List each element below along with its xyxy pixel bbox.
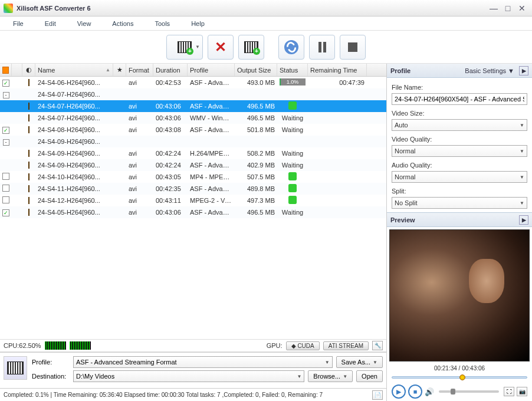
film-icon (28, 150, 29, 157)
ati-badge[interactable]: ATI STREAM (323, 341, 369, 350)
row-name: 24-S4-05-H264[960... (35, 209, 113, 216)
menu-help[interactable]: Help (180, 18, 215, 29)
stop-button[interactable] (340, 35, 366, 60)
row-name: 24-S4-09-H264[960... (35, 138, 113, 145)
minimize-button[interactable]: — (487, 3, 500, 14)
destination-label: Destination: (32, 373, 70, 380)
collapse-profile-button[interactable]: ▶ (519, 66, 528, 75)
snapshot-button[interactable]: 📷 (517, 387, 527, 396)
row-name: 24-S4-09-H264[960... (35, 162, 113, 169)
statusbar: Completed: 0.1% | Time Remaining: 05:36:… (0, 388, 386, 401)
col-name[interactable]: Name▲ (35, 64, 113, 76)
table-row[interactable]: 24-S4-09-H264[960...avi00:42:24ASF - Adv… (0, 159, 386, 171)
table-row[interactable]: -24-S4-09-H264[960... (0, 136, 386, 147)
basic-settings-toggle[interactable]: Basic Settings ▼ (462, 67, 517, 74)
filename-label: File Name: (392, 84, 527, 91)
filename-input[interactable] (392, 93, 527, 105)
row-name: 24-S4-07-H264[960... (35, 91, 113, 98)
ready-icon (288, 184, 297, 192)
audioquality-label: Audio Quality: (392, 162, 527, 169)
table-row[interactable]: 24-S4-07-H264[960...avi00:43:06WMV - Win… (0, 112, 386, 124)
videoquality-select[interactable]: Normal (392, 145, 527, 157)
col-profile[interactable]: Profile (188, 64, 235, 76)
x-icon: ✕ (215, 39, 226, 55)
row-name: 24-S4-07-H264[960... (35, 103, 113, 110)
report-button[interactable]: 📄 (372, 390, 383, 400)
table-row[interactable]: 24-S4-10-H264[960...avi00:43:05MP4 - MPE… (0, 171, 386, 183)
play-button[interactable]: ▶ (392, 384, 406, 399)
col-star[interactable]: ★ (113, 64, 126, 76)
select-all-checkbox[interactable] (2, 67, 9, 74)
maximize-button[interactable]: □ (501, 3, 514, 14)
volume-slider[interactable] (439, 390, 499, 393)
preview-video[interactable] (389, 229, 530, 361)
ready-icon (288, 196, 297, 204)
convert-button[interactable] (278, 35, 304, 60)
film-icon (28, 79, 29, 86)
row-checkbox[interactable] (2, 209, 9, 216)
collapse-preview-button[interactable]: ▶ (519, 215, 528, 225)
table-row[interactable]: 24-S4-07-H264[960...avi00:43:06ASF - Adv… (0, 100, 386, 112)
row-name: 24-S4-12-H264[960... (35, 197, 113, 204)
menu-tools[interactable]: Tools (144, 18, 180, 29)
saveas-button[interactable]: Save As... (336, 356, 383, 368)
col-remaining[interactable]: Remaining Time (308, 64, 367, 76)
videosize-label: Video Size: (392, 110, 527, 117)
file-list[interactable]: 24-S4-06-H264[960...avi00:42:53ASF - Adv… (0, 77, 386, 339)
open-button[interactable]: Open (356, 370, 383, 382)
row-checkbox[interactable] (2, 173, 9, 180)
close-button[interactable]: ✕ (515, 3, 528, 14)
film-icon (28, 103, 29, 110)
film-icon (28, 209, 29, 216)
volume-icon[interactable]: 🔊 (425, 387, 434, 396)
cuda-badge[interactable]: ◆ CUDA (286, 341, 320, 350)
ready-icon (288, 172, 297, 180)
preview-time: 00:21:34 / 00:43:06 (387, 364, 532, 373)
film-icon (28, 126, 29, 133)
videosize-select[interactable]: Auto (392, 119, 527, 131)
table-row[interactable]: 24-S4-12-H264[960...avi00:43:11MPEG-2 - … (0, 195, 386, 206)
stop-preview-button[interactable]: ■ (408, 384, 422, 399)
tree-toggle[interactable]: - (3, 139, 9, 146)
split-select[interactable]: No Split (392, 197, 527, 209)
menu-view[interactable]: View (67, 18, 102, 29)
titlebar: Xilisoft ASF Converter 6 — □ ✕ (0, 0, 532, 17)
row-checkbox[interactable] (2, 80, 9, 87)
add-output-button[interactable] (238, 35, 264, 60)
menu-actions[interactable]: Actions (101, 18, 144, 29)
row-name: 24-S4-11-H264[960... (35, 185, 113, 192)
col-output-size[interactable]: Output Size (235, 64, 277, 76)
videoquality-label: Video Quality: (392, 136, 527, 143)
table-row[interactable]: 24-S4-06-H264[960...avi00:42:53ASF - Adv… (0, 77, 386, 88)
profile-select[interactable]: ASF - Advanced Streaming Format (73, 356, 333, 368)
browse-button[interactable]: Browse... (308, 370, 353, 382)
cpu-graph-icon (45, 341, 66, 350)
pause-button[interactable] (309, 35, 335, 60)
preview-seek-slider[interactable] (392, 374, 527, 381)
tree-toggle[interactable]: - (3, 92, 9, 98)
audioquality-select[interactable]: Normal (392, 171, 527, 183)
col-format[interactable]: Format (126, 64, 153, 76)
app-title: Xilisoft ASF Converter 6 (17, 5, 486, 12)
col-duration[interactable]: Duration (153, 64, 188, 76)
cpu-label: CPU:62.50% (4, 342, 41, 349)
table-row[interactable]: -24-S4-07-H264[960... (0, 88, 386, 100)
table-row[interactable]: 24-S4-11-H264[960...avi00:42:35ASF - Adv… (0, 183, 386, 195)
destination-select[interactable]: D:\My Videos (73, 370, 304, 382)
table-row[interactable]: 24-S4-09-H264[960...avi00:42:24H.264/MPE… (0, 147, 386, 159)
table-row[interactable]: 24-S4-08-H264[960...avi00:43:08ASF - Adv… (0, 124, 386, 136)
gpu-settings-button[interactable]: 🔧 (372, 341, 383, 350)
fullscreen-button[interactable]: ⛶ (504, 387, 514, 396)
menu-edit[interactable]: Edit (34, 18, 67, 29)
row-checkbox[interactable] (2, 185, 9, 192)
add-file-button[interactable]: ▼ (166, 35, 203, 60)
col-status[interactable]: Status (277, 64, 308, 76)
row-checkbox[interactable] (2, 196, 9, 203)
row-checkbox[interactable] (2, 127, 9, 134)
remove-button[interactable]: ✕ (208, 35, 234, 60)
row-name: 24-S4-09-H264[960... (35, 150, 113, 157)
menu-file[interactable]: File (2, 18, 34, 29)
preview-title: Preview (390, 216, 415, 223)
table-row[interactable]: 24-S4-05-H264[960...avi00:43:06ASF - Adv… (0, 206, 386, 218)
film-plus-icon (244, 41, 258, 53)
